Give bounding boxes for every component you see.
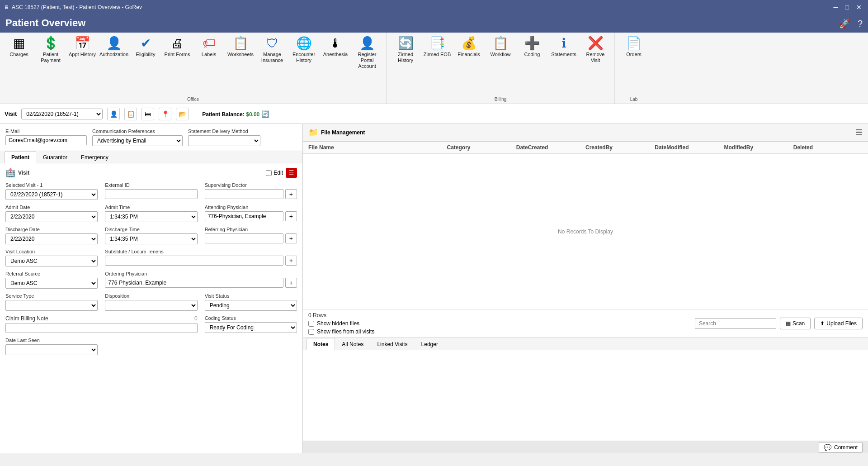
list-icon-btn[interactable]: 📋 [124, 108, 137, 120]
referral-source-field: Referral Source Demo ASC [5, 271, 98, 289]
left-panel: E-Mail Communication Preferences Adverti… [0, 124, 303, 453]
visit-select[interactable]: 02/22/2020 (18527-1) [21, 109, 103, 119]
statement-delivery-select[interactable] [188, 135, 260, 146]
toolbar-zirmed-eob[interactable]: 📑 Zirmed EOB [422, 35, 453, 59]
toolbar-encounter-history[interactable]: 🌐 Encounter History [288, 35, 319, 65]
toolbar-zirmed-history[interactable]: 🔄 Zirmed History [390, 35, 421, 65]
referral-source-select[interactable]: Demo ASC [5, 278, 98, 289]
discharge-date-label: Discharge Date [5, 227, 98, 232]
substitute-add-btn[interactable]: + [285, 256, 297, 266]
email-input[interactable] [5, 135, 87, 145]
toolbar-print-forms[interactable]: 🖨 Print Forms [162, 35, 193, 59]
tab-guarantor[interactable]: Guarantor [36, 151, 74, 163]
comment-button[interactable]: 💬 Comment [819, 442, 863, 453]
close-button[interactable]: ✕ [854, 3, 864, 12]
toolbar-authorization[interactable]: 👤 Authorization [99, 35, 129, 59]
help-icon[interactable]: ? [858, 19, 863, 29]
referring-physician-group: + [205, 233, 297, 243]
visit-form-grid: Selected Visit - 1 02/22/2020 (18527-1) … [5, 182, 297, 355]
selected-visit-label: Selected Visit - 1 [5, 182, 98, 188]
toolbar-register-portal[interactable]: 👤 Register Portal Account [352, 35, 382, 71]
rocket-icon[interactable]: 🚀 [839, 18, 850, 29]
admit-date-select[interactable]: 2/22/2020 [5, 211, 98, 222]
date-last-seen-select[interactable] [5, 344, 98, 355]
tab-emergency[interactable]: Emergency [74, 151, 115, 163]
toolbar-charges[interactable]: ▦ Charges [4, 35, 34, 59]
tab-notes[interactable]: Notes [307, 338, 335, 350]
tab-ledger[interactable]: Ledger [415, 338, 445, 350]
discharge-date-select[interactable]: 2/22/2020 [5, 233, 98, 244]
comm-pref-select[interactable]: Advertising by Email [92, 135, 183, 146]
minimize-button[interactable]: ─ [831, 3, 841, 12]
toolbar-patient-payment[interactable]: 💲 Patient Payment [35, 35, 66, 65]
referring-physician-input[interactable] [205, 233, 283, 243]
toolbar-section-office: ▦ Charges 💲 Patient Payment 📅 Appt Histo… [0, 33, 387, 104]
coding-status-select[interactable]: Ready For Coding [205, 322, 297, 333]
toolbar-anesthesia[interactable]: 🌡 Anesthesia [320, 35, 351, 59]
worksheets-icon: 📋 [233, 37, 249, 50]
scan-button[interactable]: ▦ Scan [780, 318, 811, 329]
patient-icon-btn[interactable]: 👤 [107, 108, 120, 120]
title-bar: 🖥 ASC 18527 (Patient, Test) - Patient Ov… [0, 0, 868, 14]
show-all-visits-label: Show files from all visits [317, 328, 374, 335]
tab-all-notes[interactable]: All Notes [335, 338, 370, 350]
visit-location-select[interactable]: Demo ASC [5, 256, 98, 266]
toolbar-labels[interactable]: 🏷 Labels [193, 35, 224, 59]
toolbar-eligibility[interactable]: ✔ Eligibility [130, 35, 161, 59]
toolbar-financials[interactable]: 💰 Financials [453, 35, 484, 59]
ordering-physician-add-btn[interactable]: + [285, 278, 297, 288]
toolbar-section-billing: 🔄 Zirmed History 📑 Zirmed EOB 💰 Financia… [387, 33, 615, 104]
selected-visit-select[interactable]: 02/22/2020 (18527-1) [5, 189, 98, 200]
bed-icon-btn[interactable]: 🛏 [142, 108, 154, 120]
file-mgmt-menu-btn[interactable]: ☰ [855, 128, 863, 138]
toolbar-coding[interactable]: ➕ Coding [517, 35, 547, 59]
upload-icon: ⬆ [820, 320, 825, 327]
toolbar-manage-insurance[interactable]: 🛡 Manage Insurance [257, 35, 288, 65]
claim-billing-note-label: Claim Billing Note 0 [5, 315, 198, 322]
upload-label: Upload Files [826, 320, 857, 327]
edit-checkbox[interactable] [266, 170, 272, 176]
tab-patient[interactable]: Patient [5, 151, 36, 163]
disposition-select[interactable] [105, 300, 197, 311]
coding-status-label: Coding Status [205, 315, 297, 321]
toolbar-remove-visit[interactable]: ❌ Remove Visit [580, 35, 611, 65]
toolbar-workflow[interactable]: 📋 Workflow [485, 35, 516, 59]
supervising-doctor-add-btn[interactable]: + [285, 189, 297, 199]
visit-status-select[interactable]: Pending [205, 300, 297, 311]
admit-time-select[interactable]: 1:34:35 PM [105, 211, 197, 222]
file-table-header: File Name Category DateCreated CreatedBy… [303, 142, 868, 154]
toolbar-worksheets[interactable]: 📋 Worksheets [225, 35, 256, 59]
balance-amount: $0.00 [246, 111, 259, 118]
tab-linked-visits[interactable]: Linked Visits [370, 338, 414, 350]
attending-physician-add-btn[interactable]: + [285, 211, 297, 221]
supervising-doctor-input[interactable] [205, 189, 283, 199]
attending-physician-input[interactable] [205, 211, 283, 221]
lab-section-label: Lab [615, 97, 653, 102]
ordering-physician-input[interactable] [105, 278, 283, 288]
insurance-label: Manage Insurance [258, 52, 287, 63]
patient-balance-section: Patient Balance: $0.00 🔄 [202, 110, 269, 118]
toolbar-orders[interactable]: 📄 Orders [618, 35, 649, 59]
file-icon-btn[interactable]: 📂 [176, 108, 189, 120]
external-id-input[interactable] [105, 189, 197, 199]
show-hidden-files-checkbox[interactable] [308, 321, 314, 327]
appt-icon: 📅 [75, 37, 90, 50]
referring-physician-add-btn[interactable]: + [285, 233, 297, 243]
location-icon-btn[interactable]: 📍 [159, 108, 171, 120]
service-type-select[interactable] [5, 300, 98, 311]
discharge-time-select[interactable]: 1:34:35 PM [105, 233, 197, 244]
show-all-visits-checkbox[interactable] [308, 329, 314, 335]
labels-icon: 🏷 [203, 37, 215, 50]
statement-delivery-group: Statement Delivery Method [188, 128, 260, 146]
admit-date-field: Admit Date 2/22/2020 [5, 204, 98, 222]
toolbar-statements[interactable]: ℹ Statements [548, 35, 579, 59]
encounter-icon: 🌐 [296, 37, 312, 50]
maximize-button[interactable]: □ [843, 3, 852, 12]
toolbar-appt-history[interactable]: 📅 Appt History [67, 35, 98, 59]
file-search-input[interactable] [695, 318, 776, 329]
visit-menu-button[interactable]: ☰ [286, 168, 297, 178]
refresh-button[interactable]: 🔄 [261, 110, 269, 118]
claim-billing-note-input[interactable] [5, 323, 198, 333]
substitute-input[interactable] [105, 256, 283, 266]
upload-button[interactable]: ⬆ Upload Files [814, 318, 863, 329]
